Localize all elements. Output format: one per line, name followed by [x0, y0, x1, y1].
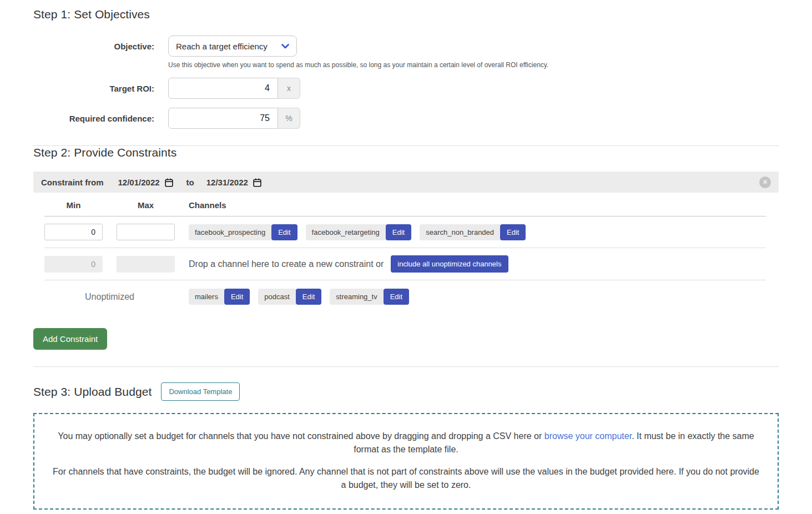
dropzone-paragraph-2: For channels that have constraints, the …: [51, 465, 761, 492]
calendar-icon[interactable]: [253, 178, 261, 187]
channel-chip: streaming_tv Edit: [330, 289, 409, 305]
step3-header: Step 3: Upload Budget Download Template: [33, 382, 779, 401]
channel-name: search_non_branded: [420, 224, 500, 240]
add-constraint-button[interactable]: Add Constraint: [33, 328, 107, 350]
constraint-header: Constraint from 12/01/2022 to 12/31/2022…: [33, 172, 779, 193]
constraint-card: Constraint from 12/01/2022 to 12/31/2022…: [33, 172, 779, 313]
objective-row: Objective: Reach a target efficiency: [33, 36, 779, 57]
budget-dropzone[interactable]: You may optionally set a budget for chan…: [33, 413, 779, 510]
confidence-unit-addon: %: [278, 108, 300, 129]
constraint-table-header: Min Max Channels: [44, 193, 766, 216]
new-constraint-row: Drop a channel here to create a new cons…: [44, 248, 766, 280]
channels-column-header: Channels: [189, 200, 766, 210]
channel-chip: facebook_prospecting Edit: [189, 224, 297, 240]
target-roi-row: Target ROI: x: [33, 78, 779, 99]
constraint-row: facebook_prospecting Edit facebook_retar…: [44, 216, 766, 248]
max-input[interactable]: [117, 224, 175, 240]
browse-computer-link[interactable]: browse your computer: [544, 431, 632, 441]
confidence-row: Required confidence: %: [33, 108, 779, 129]
divider-step2-step3: [33, 366, 779, 367]
objective-help-text: Use this objective when you want to spen…: [168, 61, 779, 69]
min-input-disabled: [44, 256, 103, 273]
objective-selected-value: Reach a target efficiency: [176, 42, 268, 51]
constraint-from-date[interactable]: 12/01/2022: [118, 178, 160, 187]
remove-constraint-button[interactable]: ✕: [759, 177, 771, 188]
unoptimized-label: Unoptimized: [44, 292, 175, 302]
target-roi-input[interactable]: [168, 78, 278, 99]
channel-name: mailers: [189, 289, 224, 305]
constraint-table: Min Max Channels facebook_prospecting Ed…: [44, 193, 766, 313]
edit-channel-button[interactable]: Edit: [500, 224, 526, 240]
target-roi-unit-addon: x: [278, 78, 300, 99]
max-column-header: Max: [117, 200, 175, 210]
constraint-header-prefix: Constraint from: [41, 178, 104, 187]
page: Step 1: Set Objectives Objective: Reach …: [0, 0, 812, 510]
download-template-button[interactable]: Download Template: [161, 382, 240, 401]
channel-chip: search_non_branded Edit: [420, 224, 526, 240]
channel-chip: podcast Edit: [258, 289, 321, 305]
edit-channel-button[interactable]: Edit: [271, 224, 297, 240]
step1-form: Objective: Reach a target efficiency Use…: [33, 36, 779, 129]
step1-title: Step 1: Set Objectives: [33, 8, 779, 21]
step3-title: Step 3: Upload Budget: [33, 385, 152, 399]
unoptimized-row: Unoptimized mailers Edit podcast Edit st…: [44, 280, 766, 313]
channel-chips: facebook_prospecting Edit facebook_retar…: [189, 224, 766, 240]
edit-channel-button[interactable]: Edit: [384, 289, 409, 305]
dropzone-text: You may optionally set a budget for chan…: [58, 431, 544, 441]
channel-name: facebook_prospecting: [189, 224, 271, 240]
drop-hint-text: Drop a channel here to create a new cons…: [189, 259, 384, 269]
objective-label: Objective:: [33, 42, 154, 51]
confidence-label: Required confidence:: [33, 114, 154, 123]
edit-channel-button[interactable]: Edit: [224, 289, 250, 305]
edit-channel-button[interactable]: Edit: [386, 224, 411, 240]
constraint-to-word: to: [186, 178, 194, 187]
target-roi-label: Target ROI:: [33, 84, 154, 93]
min-column-header: Min: [44, 200, 103, 210]
include-all-unoptimized-button[interactable]: include all unoptimized channels: [391, 255, 508, 273]
calendar-icon[interactable]: [165, 178, 173, 187]
confidence-input[interactable]: [168, 108, 278, 129]
step2-title: Step 2: Provide Constraints: [33, 146, 779, 159]
channel-name: podcast: [258, 289, 296, 305]
max-input-disabled: [117, 256, 175, 273]
edit-channel-button[interactable]: Edit: [296, 289, 321, 305]
channel-chip: mailers Edit: [189, 289, 250, 305]
channel-name: facebook_retargeting: [306, 224, 386, 240]
constraint-to-date[interactable]: 12/31/2022: [206, 178, 248, 187]
channel-chip: facebook_retargeting Edit: [306, 224, 412, 240]
min-input[interactable]: [44, 224, 103, 240]
channel-drop-target[interactable]: Drop a channel here to create a new cons…: [189, 255, 766, 273]
objective-select[interactable]: Reach a target efficiency: [168, 36, 297, 57]
channel-name: streaming_tv: [330, 289, 383, 305]
dropzone-paragraph-1: You may optionally set a budget for chan…: [51, 430, 761, 456]
chevron-down-icon: [281, 44, 289, 49]
unoptimized-channel-chips: mailers Edit podcast Edit streaming_tv E…: [189, 289, 766, 305]
